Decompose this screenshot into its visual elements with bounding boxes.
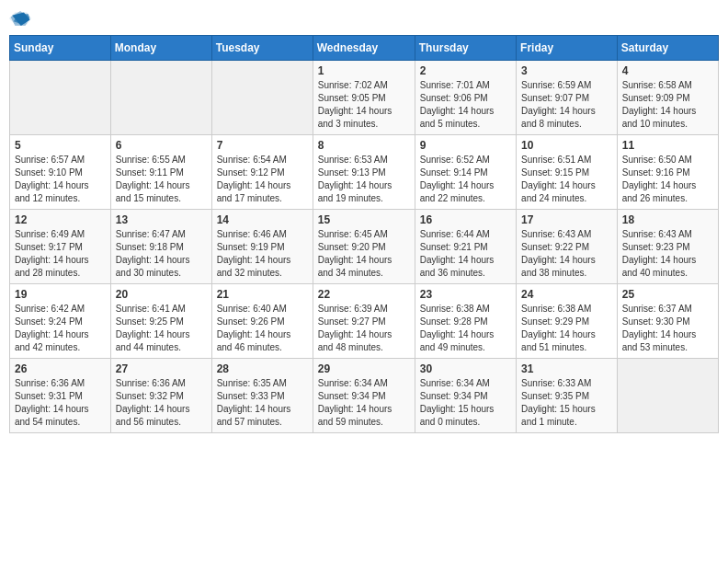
weekday-header-wednesday: Wednesday: [313, 36, 415, 61]
day-info: Sunrise: 6:36 AM Sunset: 9:31 PM Dayligh…: [15, 377, 106, 429]
calendar-cell: 3Sunrise: 6:59 AM Sunset: 9:07 PM Daylig…: [517, 61, 618, 135]
calendar-cell: 20Sunrise: 6:41 AM Sunset: 9:25 PM Dayli…: [110, 284, 211, 359]
day-info: Sunrise: 6:35 AM Sunset: 9:33 PM Dayligh…: [217, 377, 308, 429]
calendar-cell: 29Sunrise: 6:34 AM Sunset: 9:34 PM Dayli…: [313, 359, 415, 433]
day-number: 31: [521, 362, 612, 375]
day-info: Sunrise: 6:50 AM Sunset: 9:16 PM Dayligh…: [622, 154, 713, 205]
weekday-header-thursday: Thursday: [415, 36, 516, 61]
day-info: Sunrise: 6:46 AM Sunset: 9:19 PM Dayligh…: [217, 228, 308, 280]
day-number: 25: [622, 288, 713, 301]
calendar-cell: 13Sunrise: 6:47 AM Sunset: 9:18 PM Dayli…: [110, 210, 211, 284]
calendar-cell: 23Sunrise: 6:38 AM Sunset: 9:28 PM Dayli…: [415, 284, 516, 359]
day-info: Sunrise: 6:43 AM Sunset: 9:22 PM Dayligh…: [521, 228, 612, 280]
day-info: Sunrise: 6:47 AM Sunset: 9:18 PM Dayligh…: [116, 228, 207, 280]
day-number: 24: [521, 288, 612, 301]
day-number: 26: [15, 362, 106, 375]
weekday-header-friday: Friday: [517, 36, 618, 61]
calendar-week-row: 19Sunrise: 6:42 AM Sunset: 9:24 PM Dayli…: [10, 284, 719, 359]
day-number: 16: [420, 213, 511, 226]
day-info: Sunrise: 6:59 AM Sunset: 9:07 PM Dayligh…: [521, 79, 612, 131]
day-info: Sunrise: 6:49 AM Sunset: 9:17 PM Dayligh…: [15, 228, 106, 280]
day-info: Sunrise: 6:51 AM Sunset: 9:15 PM Dayligh…: [521, 154, 612, 205]
calendar-cell: 14Sunrise: 6:46 AM Sunset: 9:19 PM Dayli…: [211, 210, 313, 284]
calendar-cell: 21Sunrise: 6:40 AM Sunset: 9:26 PM Dayli…: [211, 284, 313, 359]
calendar-cell: 9Sunrise: 6:52 AM Sunset: 9:14 PM Daylig…: [415, 135, 516, 210]
calendar-cell: 26Sunrise: 6:36 AM Sunset: 9:31 PM Dayli…: [10, 359, 111, 433]
calendar-week-row: 26Sunrise: 6:36 AM Sunset: 9:31 PM Dayli…: [10, 359, 719, 433]
calendar-cell: 17Sunrise: 6:43 AM Sunset: 9:22 PM Dayli…: [517, 210, 618, 284]
day-info: Sunrise: 6:57 AM Sunset: 9:10 PM Dayligh…: [15, 154, 106, 205]
calendar-cell: 15Sunrise: 6:45 AM Sunset: 9:20 PM Dayli…: [313, 210, 415, 284]
day-info: Sunrise: 6:45 AM Sunset: 9:20 PM Dayligh…: [318, 228, 410, 280]
day-info: Sunrise: 6:34 AM Sunset: 9:34 PM Dayligh…: [318, 377, 410, 429]
calendar-cell: 7Sunrise: 6:54 AM Sunset: 9:12 PM Daylig…: [211, 135, 313, 210]
calendar-cell: 30Sunrise: 6:34 AM Sunset: 9:34 PM Dayli…: [415, 359, 516, 433]
day-info: Sunrise: 6:42 AM Sunset: 9:24 PM Dayligh…: [15, 303, 106, 354]
calendar-cell: 11Sunrise: 6:50 AM Sunset: 9:16 PM Dayli…: [617, 135, 718, 210]
calendar-cell: 28Sunrise: 6:35 AM Sunset: 9:33 PM Dayli…: [211, 359, 313, 433]
weekday-header-monday: Monday: [110, 36, 211, 61]
calendar-cell: [211, 61, 313, 135]
day-number: 8: [318, 139, 410, 152]
day-number: 11: [622, 139, 713, 152]
day-info: Sunrise: 6:55 AM Sunset: 9:11 PM Dayligh…: [116, 154, 207, 205]
day-number: 14: [217, 213, 308, 226]
day-info: Sunrise: 6:40 AM Sunset: 9:26 PM Dayligh…: [217, 303, 308, 354]
calendar-cell: 12Sunrise: 6:49 AM Sunset: 9:17 PM Dayli…: [10, 210, 111, 284]
calendar-cell: 8Sunrise: 6:53 AM Sunset: 9:13 PM Daylig…: [313, 135, 415, 210]
day-number: 27: [116, 362, 207, 375]
calendar-cell: 18Sunrise: 6:43 AM Sunset: 9:23 PM Dayli…: [617, 210, 718, 284]
day-number: 23: [420, 288, 511, 301]
day-number: 21: [217, 288, 308, 301]
day-number: 4: [622, 64, 713, 77]
day-number: 5: [15, 139, 106, 152]
day-number: 12: [15, 213, 106, 226]
day-info: Sunrise: 6:43 AM Sunset: 9:23 PM Dayligh…: [622, 228, 713, 280]
day-number: 29: [318, 362, 410, 375]
day-number: 17: [521, 213, 612, 226]
day-info: Sunrise: 6:58 AM Sunset: 9:09 PM Dayligh…: [622, 79, 713, 131]
calendar-header-row: SundayMondayTuesdayWednesdayThursdayFrid…: [10, 36, 719, 61]
calendar-cell: 4Sunrise: 6:58 AM Sunset: 9:09 PM Daylig…: [617, 61, 718, 135]
day-info: Sunrise: 6:36 AM Sunset: 9:32 PM Dayligh…: [116, 377, 207, 429]
logo: [9, 9, 39, 28]
weekday-header-tuesday: Tuesday: [211, 36, 313, 61]
calendar-cell: 24Sunrise: 6:38 AM Sunset: 9:29 PM Dayli…: [517, 284, 618, 359]
day-number: 10: [521, 139, 612, 152]
calendar-cell: 10Sunrise: 6:51 AM Sunset: 9:15 PM Dayli…: [517, 135, 618, 210]
day-info: Sunrise: 6:44 AM Sunset: 9:21 PM Dayligh…: [420, 228, 511, 280]
day-info: Sunrise: 6:53 AM Sunset: 9:13 PM Dayligh…: [318, 154, 410, 205]
day-number: 13: [116, 213, 207, 226]
day-info: Sunrise: 6:54 AM Sunset: 9:12 PM Dayligh…: [217, 154, 308, 205]
weekday-header-sunday: Sunday: [10, 36, 111, 61]
day-info: Sunrise: 7:01 AM Sunset: 9:06 PM Dayligh…: [420, 79, 511, 131]
weekday-header-saturday: Saturday: [617, 36, 718, 61]
day-info: Sunrise: 7:02 AM Sunset: 9:05 PM Dayligh…: [318, 79, 410, 131]
page-header: [9, 9, 719, 28]
calendar-table: SundayMondayTuesdayWednesdayThursdayFrid…: [9, 35, 719, 433]
calendar-cell: 16Sunrise: 6:44 AM Sunset: 9:21 PM Dayli…: [415, 210, 516, 284]
day-number: 6: [116, 139, 207, 152]
day-info: Sunrise: 6:33 AM Sunset: 9:35 PM Dayligh…: [521, 377, 612, 429]
calendar-cell: 19Sunrise: 6:42 AM Sunset: 9:24 PM Dayli…: [10, 284, 111, 359]
day-info: Sunrise: 6:52 AM Sunset: 9:14 PM Dayligh…: [420, 154, 511, 205]
day-info: Sunrise: 6:38 AM Sunset: 9:28 PM Dayligh…: [420, 303, 511, 354]
day-number: 2: [420, 64, 511, 77]
calendar-cell: 1Sunrise: 7:02 AM Sunset: 9:05 PM Daylig…: [313, 61, 415, 135]
day-number: 3: [521, 64, 612, 77]
calendar-cell: 27Sunrise: 6:36 AM Sunset: 9:32 PM Dayli…: [110, 359, 211, 433]
day-number: 20: [116, 288, 207, 301]
calendar-cell: 25Sunrise: 6:37 AM Sunset: 9:30 PM Dayli…: [617, 284, 718, 359]
calendar-cell: 6Sunrise: 6:55 AM Sunset: 9:11 PM Daylig…: [110, 135, 211, 210]
calendar-week-row: 1Sunrise: 7:02 AM Sunset: 9:05 PM Daylig…: [10, 61, 719, 135]
calendar-cell: [617, 359, 718, 433]
day-number: 22: [318, 288, 410, 301]
day-info: Sunrise: 6:37 AM Sunset: 9:30 PM Dayligh…: [622, 303, 713, 354]
day-info: Sunrise: 6:38 AM Sunset: 9:29 PM Dayligh…: [521, 303, 612, 354]
day-info: Sunrise: 6:39 AM Sunset: 9:27 PM Dayligh…: [318, 303, 410, 354]
day-info: Sunrise: 6:34 AM Sunset: 9:34 PM Dayligh…: [420, 377, 511, 429]
logo-icon: [9, 9, 31, 28]
calendar-cell: 31Sunrise: 6:33 AM Sunset: 9:35 PM Dayli…: [517, 359, 618, 433]
day-number: 30: [420, 362, 511, 375]
day-number: 1: [318, 64, 410, 77]
